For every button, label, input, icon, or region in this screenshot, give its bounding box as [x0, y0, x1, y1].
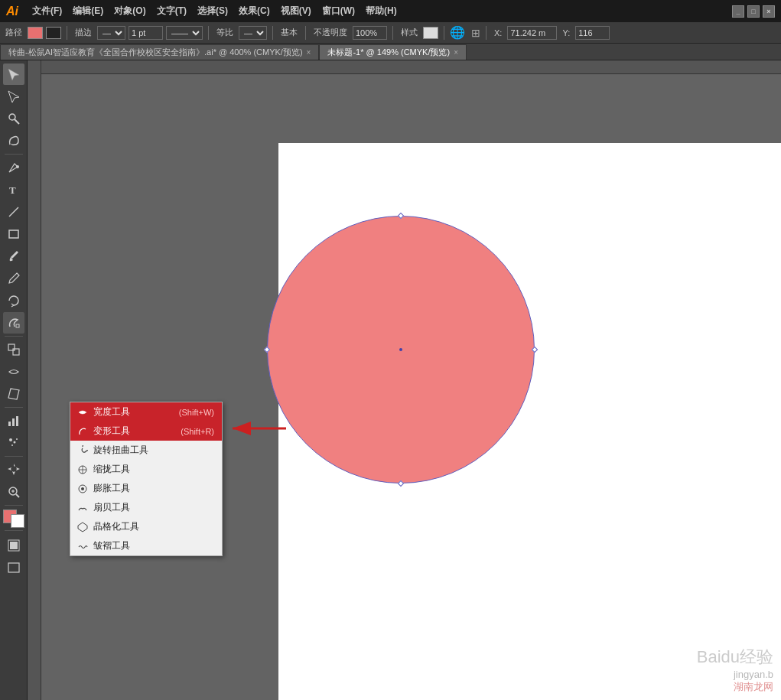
menu-edit[interactable]: 编辑(E) [68, 3, 108, 19]
ruler-left [28, 60, 41, 700]
svg-point-26 [81, 487, 84, 490]
x-input[interactable] [507, 26, 557, 40]
tool-sep-3 [5, 407, 23, 408]
symbol-sprayer-tool[interactable] [3, 432, 24, 454]
svg-marker-27 [78, 523, 87, 532]
crystal-tool-icon [76, 522, 89, 532]
globe-icon[interactable]: 🌐 [450, 25, 465, 40]
menu-text[interactable]: 文字(T) [152, 3, 191, 19]
svg-line-4 [9, 207, 18, 217]
pencil-tool[interactable] [3, 268, 24, 289]
zoom-tool[interactable] [3, 481, 24, 503]
y-input[interactable] [575, 26, 610, 40]
anchor-left[interactable] [264, 347, 270, 353]
magic-wand-tool[interactable] [3, 108, 24, 129]
scale-select[interactable]: — [239, 26, 267, 40]
toolbar-sep-2 [208, 26, 209, 40]
ctx-item-wrinkle-tool[interactable]: 皱褶工具 [70, 536, 222, 555]
warp-tool[interactable] [3, 312, 24, 334]
ctx-pucker-tool-label: 缩拢工具 [93, 463, 214, 476]
path-label: 路径 [3, 27, 24, 38]
toolbar-sep-5 [392, 26, 393, 40]
scale-label: 等比 [214, 27, 236, 38]
svg-rect-8 [13, 349, 19, 355]
tab-1-close[interactable]: × [307, 48, 311, 57]
menu-select[interactable]: 选择(S) [193, 3, 233, 19]
line-tool[interactable] [3, 201, 24, 223]
free-distort-tool[interactable] [3, 383, 24, 405]
view-mode-btn[interactable] [3, 535, 24, 556]
ctx-width-tool-shortcut: (Shift+W) [179, 408, 214, 417]
text-tool[interactable]: T [3, 179, 24, 200]
opacity-input[interactable] [353, 26, 387, 40]
menu-effect[interactable]: 效果(C) [234, 3, 275, 19]
stroke-style-select[interactable]: —— [166, 26, 203, 40]
toolbar-sep-4 [305, 26, 306, 40]
stroke-label: 描边 [73, 27, 94, 38]
ctx-item-twirl-tool[interactable]: 旋转扭曲工具 [70, 441, 222, 460]
direct-selection-tool[interactable] [3, 86, 24, 107]
chart-tool[interactable] [3, 410, 24, 431]
fill-swatch[interactable] [28, 27, 43, 39]
menu-file[interactable]: 文件(F) [28, 3, 67, 19]
window-controls[interactable]: _ □ × [732, 5, 775, 18]
selection-tool[interactable] [3, 63, 24, 85]
width-tool[interactable] [3, 361, 24, 383]
context-menu: 宽度工具 (Shift+W) 变形工具 (Shift+R) 旋转扭曲工具 [70, 402, 223, 556]
maximize-button[interactable]: □ [747, 5, 760, 18]
ctx-item-bloat-tool[interactable]: 膨胀工具 [70, 479, 222, 498]
pen-tool[interactable] [3, 157, 24, 178]
main-area: T [0, 60, 781, 700]
ctx-item-warp-tool[interactable]: 变形工具 (Shift+R) [70, 422, 222, 441]
rotate-tool[interactable] [3, 290, 24, 311]
ctx-warp-tool-label: 变形工具 [93, 425, 176, 438]
ctx-item-crystal-tool[interactable]: 晶格化工具 [70, 517, 222, 536]
stroke-swatch[interactable] [46, 27, 61, 39]
ctx-warp-tool-shortcut: (Shift+R) [181, 427, 214, 436]
menu-window[interactable]: 窗口(W) [317, 3, 360, 19]
grid-icon[interactable]: ⊞ [471, 27, 480, 39]
opacity-label: 不透明度 [311, 27, 350, 38]
ctx-item-width-tool[interactable]: 宽度工具 (Shift+W) [70, 402, 222, 422]
svg-rect-23 [8, 563, 19, 572]
svg-rect-10 [8, 422, 11, 426]
tab-1[interactable]: 转曲-松鼠AI智适应教育《全国合作校校区安全指南》.ai* @ 400% (CM… [0, 44, 319, 60]
ctx-scallop-tool-label: 扇贝工具 [93, 501, 214, 514]
paintbrush-tool[interactable] [3, 246, 24, 267]
stroke-type-select[interactable]: — [97, 26, 125, 40]
lasso-tool[interactable] [3, 130, 24, 151]
scale-tool[interactable] [3, 339, 24, 360]
svg-point-13 [9, 438, 12, 441]
ai-logo: Ai [6, 5, 18, 18]
move-tool[interactable] [3, 459, 24, 480]
title-bar: Ai 文件(F) 编辑(E) 对象(O) 文字(T) 选择(S) 效果(C) 视… [0, 0, 781, 22]
tab-1-label: 转曲-松鼠AI智适应教育《全国合作校校区安全指南》.ai* @ 400% (CM… [8, 47, 303, 58]
rectangle-tool[interactable] [3, 223, 24, 245]
svg-text:T: T [9, 184, 16, 196]
pucker-tool-icon [76, 464, 89, 475]
menu-object[interactable]: 对象(O) [109, 3, 150, 19]
tab-2[interactable]: 未标题-1* @ 149% (CMYK/预览) × [319, 44, 467, 60]
stroke-width-input[interactable] [129, 26, 163, 40]
canvas-area[interactable]: 宽度工具 (Shift+W) 变形工具 (Shift+R) 旋转扭曲工具 [28, 60, 781, 700]
close-button[interactable]: × [763, 5, 775, 18]
toolbar-sep-7 [486, 26, 486, 40]
style-swatch[interactable] [423, 27, 438, 39]
tab-2-close[interactable]: × [454, 48, 458, 57]
ctx-item-pucker-tool[interactable]: 缩拢工具 [70, 460, 222, 479]
background-swatch[interactable] [11, 514, 24, 528]
screen-mode-btn[interactable] [3, 557, 24, 578]
color-swatches[interactable] [3, 510, 24, 528]
style-label: 样式 [399, 27, 420, 38]
svg-point-15 [11, 444, 13, 446]
svg-rect-7 [8, 344, 15, 350]
twirl-tool-icon [76, 445, 89, 456]
menu-help[interactable]: 帮助(H) [361, 3, 402, 19]
menu-bar[interactable]: 文件(F) 编辑(E) 对象(O) 文字(T) 选择(S) 效果(C) 视图(V… [28, 3, 402, 19]
menu-view[interactable]: 视图(V) [276, 3, 316, 19]
canvas-inner: 宽度工具 (Shift+W) 变形工具 (Shift+R) 旋转扭曲工具 [41, 74, 781, 700]
svg-point-1 [9, 114, 15, 120]
ctx-item-scallop-tool[interactable]: 扇贝工具 [70, 498, 222, 517]
minimize-button[interactable]: _ [732, 5, 744, 18]
svg-rect-11 [12, 418, 15, 426]
